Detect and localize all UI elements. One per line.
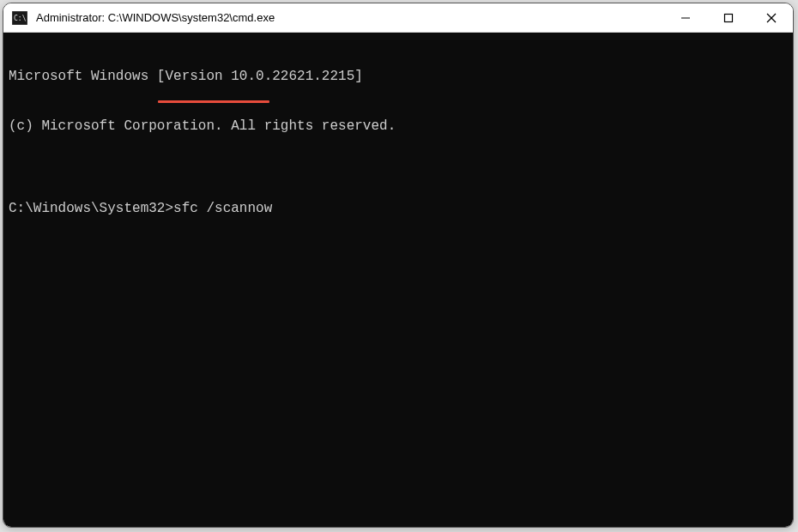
underline-annotation bbox=[158, 100, 269, 103]
command-input[interactable]: sfc /scannow bbox=[173, 201, 272, 217]
maximize-button[interactable] bbox=[707, 3, 750, 32]
cmd-icon: C:\ bbox=[12, 11, 27, 25]
minimize-icon bbox=[680, 13, 691, 23]
prompt: C:\Windows\System32> bbox=[9, 201, 173, 217]
maximize-icon bbox=[723, 13, 734, 23]
prompt-line: C:\Windows\System32>sfc /scannow bbox=[9, 201, 788, 217]
close-button[interactable] bbox=[750, 3, 793, 32]
version-line: Microsoft Windows [Version 10.0.22621.22… bbox=[9, 69, 788, 85]
window-title: Administrator: C:\WINDOWS\system32\cmd.e… bbox=[36, 11, 664, 24]
terminal-output[interactable]: Microsoft Windows [Version 10.0.22621.22… bbox=[3, 33, 793, 527]
titlebar[interactable]: C:\ Administrator: C:\WINDOWS\system32\c… bbox=[3, 3, 793, 33]
minimize-button[interactable] bbox=[664, 3, 707, 32]
svg-rect-3 bbox=[725, 14, 733, 21]
copyright-line: (c) Microsoft Corporation. All rights re… bbox=[9, 118, 788, 135]
window-controls bbox=[664, 3, 793, 32]
close-icon bbox=[766, 13, 777, 23]
cmd-window: C:\ Administrator: C:\WINDOWS\system32\c… bbox=[3, 3, 794, 528]
svg-text:C:\: C:\ bbox=[14, 15, 27, 22]
